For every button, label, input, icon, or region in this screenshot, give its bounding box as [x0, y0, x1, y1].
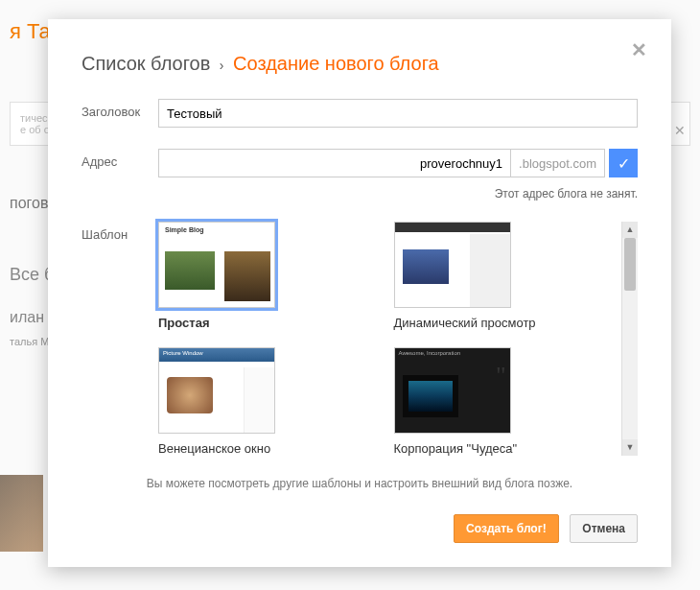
template-name: Корпорация "Чудеса": [394, 441, 611, 456]
breadcrumb-separator: ›: [220, 58, 224, 73]
breadcrumb-current: Создание нового блога: [233, 53, 439, 74]
breadcrumb-list[interactable]: Список блогов: [82, 53, 210, 74]
scroll-down-icon[interactable]: ▼: [622, 439, 638, 456]
bg-thumbnail: [0, 475, 43, 552]
template-thumb: [394, 222, 511, 308]
address-suffix: .blogspot.com: [511, 149, 605, 177]
template-name: Венецианское окно: [158, 441, 375, 456]
address-hint: Этот адрес блога не занят.: [158, 187, 638, 201]
address-input[interactable]: [158, 149, 511, 177]
templates-hint: Вы можете посмотреть другие шаблоны и на…: [82, 477, 638, 490]
close-icon[interactable]: ✕: [631, 38, 647, 61]
title-input[interactable]: [158, 99, 638, 128]
modal-footer: Создать блог! Отмена: [82, 514, 638, 543]
bg-close-icon: ✕: [674, 123, 686, 138]
template-picture-window[interactable]: Picture Window Венецианское окно: [158, 347, 375, 456]
template-awesome-inc[interactable]: Awesome, Incorporation " Корпорация "Чуд…: [394, 347, 611, 456]
cancel-button[interactable]: Отмена: [570, 514, 638, 543]
address-label: Адрес: [82, 149, 158, 169]
templates-grid: Простая Динамический просмотр Picture Wi…: [158, 222, 621, 456]
template-name: Простая: [158, 316, 375, 330]
template-simple[interactable]: Простая: [158, 222, 375, 330]
title-label: Заголовок: [82, 99, 158, 119]
create-blog-button[interactable]: Создать блог!: [454, 514, 559, 543]
scroll-thumb[interactable]: [624, 238, 636, 291]
template-thumb: Awesome, Incorporation ": [394, 347, 511, 434]
template-dynamic[interactable]: Динамический просмотр: [394, 222, 611, 330]
modal-header: Список блогов › Создание нового блога: [82, 53, 638, 75]
template-label: Шаблон: [82, 222, 158, 242]
template-thumb: Picture Window: [158, 347, 275, 434]
template-name: Динамический просмотр: [394, 316, 611, 330]
check-icon: ✓: [609, 149, 638, 177]
create-blog-modal: ✕ Список блогов › Создание нового блога …: [48, 19, 671, 567]
template-thumb: [158, 222, 275, 308]
templates-scrollbar[interactable]: ▲ ▼: [621, 222, 638, 456]
scroll-up-icon[interactable]: ▲: [622, 222, 638, 238]
